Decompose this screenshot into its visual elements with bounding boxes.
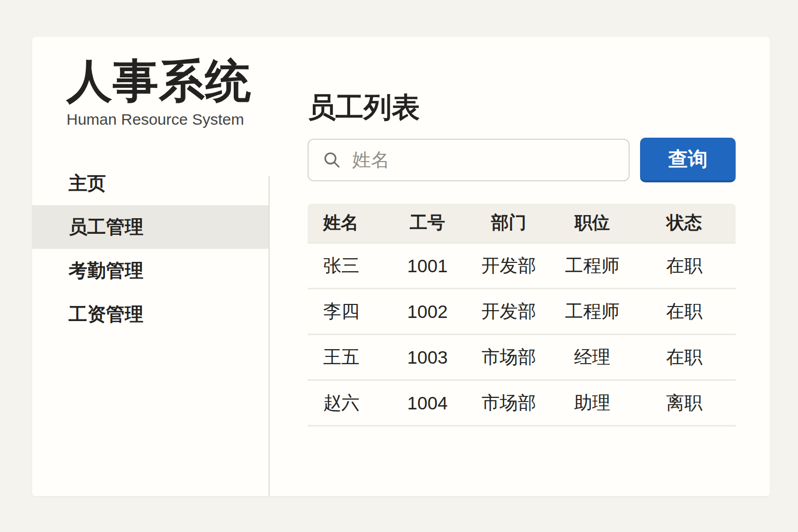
sidebar-item-salary-management[interactable]: 工资管理 — [32, 292, 269, 336]
search-input[interactable] — [351, 149, 629, 171]
sidebar: 人事系统 Human Resource System 主页 员工管理 考勤管理 … — [32, 37, 269, 496]
cell-name: 李四 — [308, 299, 389, 324]
column-header-status: 状态 — [633, 211, 736, 235]
cell-department: 开发部 — [466, 254, 552, 278]
search-button[interactable]: 查询 — [640, 138, 736, 182]
cell-employee-id: 1002 — [389, 301, 466, 322]
cell-status: 离职 — [633, 391, 736, 415]
table-header-row: 姓名 工号 部门 职位 状态 — [308, 204, 736, 242]
sidebar-item-home[interactable]: 主页 — [32, 162, 269, 205]
sidebar-item-attendance-management[interactable]: 考勤管理 — [32, 249, 269, 292]
cell-department: 市场部 — [466, 345, 552, 369]
cell-name: 王五 — [308, 345, 389, 369]
table-row[interactable]: 李四 1002 开发部 工程师 在职 — [308, 288, 736, 334]
app-window: 人事系统 Human Resource System 主页 员工管理 考勤管理 … — [32, 37, 770, 496]
cell-status: 在职 — [633, 299, 736, 324]
table-row[interactable]: 张三 1001 开发部 工程师 在职 — [308, 242, 736, 288]
column-header-employee-id: 工号 — [389, 211, 466, 235]
page-title: 员工列表 — [308, 89, 420, 127]
table-row[interactable]: 赵六 1004 市场部 助理 离职 — [308, 379, 736, 425]
brand: 人事系统 Human Resource System — [66, 52, 251, 128]
app-subtitle: Human Resource System — [66, 111, 251, 128]
search-icon — [322, 150, 342, 170]
sidebar-menu: 主页 员工管理 考勤管理 工资管理 — [32, 162, 269, 336]
column-header-name: 姓名 — [308, 211, 389, 235]
cell-name: 张三 — [308, 254, 389, 278]
cell-status: 在职 — [633, 345, 736, 369]
sidebar-item-employee-management[interactable]: 员工管理 — [32, 205, 269, 249]
cell-employee-id: 1003 — [389, 347, 466, 368]
cell-position: 助理 — [552, 391, 633, 415]
sidebar-divider — [269, 176, 270, 496]
cell-position: 工程师 — [552, 254, 633, 278]
cell-employee-id: 1001 — [389, 256, 466, 276]
cell-employee-id: 1004 — [389, 393, 466, 414]
main-content: 员工列表 查询 姓名 工号 部门 职位 状态 张三 1001 — [308, 37, 770, 496]
cell-department: 开发部 — [466, 299, 552, 324]
search-box — [308, 139, 630, 181]
table-row[interactable]: 王五 1003 市场部 经理 在职 — [308, 334, 736, 379]
cell-department: 市场部 — [466, 391, 552, 415]
cell-position: 工程师 — [552, 299, 633, 324]
cell-status: 在职 — [633, 254, 736, 278]
app-title: 人事系统 — [66, 52, 251, 110]
column-header-position: 职位 — [552, 211, 633, 235]
table-footer-strip — [308, 425, 736, 436]
employee-table: 姓名 工号 部门 职位 状态 张三 1001 开发部 工程师 在职 李四 100… — [308, 204, 736, 436]
cell-name: 赵六 — [308, 391, 389, 415]
cell-position: 经理 — [552, 345, 633, 369]
column-header-department: 部门 — [466, 211, 552, 235]
